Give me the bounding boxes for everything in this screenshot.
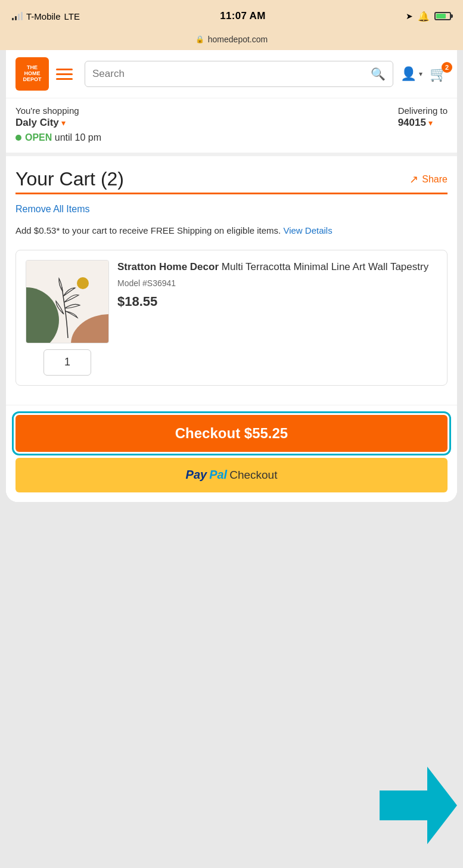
- arrow-annotation: [380, 767, 457, 844]
- share-label: Share: [422, 174, 448, 185]
- view-details-link[interactable]: View Details: [283, 225, 332, 235]
- cart-section: Your Cart (2) ↗ Share Remove All Items A…: [6, 156, 457, 405]
- menu-icon: [56, 73, 73, 75]
- network-label: LTE: [64, 11, 80, 21]
- paypal-logo-blue: Pay: [186, 468, 207, 482]
- item-name-rest: Multi Terracotta Minimal Line Art Wall T…: [222, 261, 428, 272]
- zip-code: 94015: [398, 117, 426, 129]
- search-bar[interactable]: 🔍: [85, 61, 393, 87]
- lock-icon: 🔒: [195, 35, 204, 44]
- home-depot-logo[interactable]: THE HOME DEPOT: [15, 57, 49, 91]
- item-model: Model #S36941: [117, 278, 437, 288]
- share-icon: ↗: [409, 173, 418, 186]
- search-input[interactable]: [92, 68, 366, 80]
- time-label: 11:07 AM: [220, 10, 265, 22]
- open-status: OPEN until 10 pm: [15, 132, 101, 143]
- zip-row: 94015 ▾: [398, 117, 448, 129]
- cart-title: Your Cart (2): [15, 168, 124, 190]
- status-bar: T-Mobile LTE 11:07 AM ➤ 🔔: [0, 0, 463, 32]
- location-icon: ➤: [406, 11, 413, 21]
- status-right: ➤ 🔔: [406, 11, 451, 22]
- share-button[interactable]: ↗ Share: [409, 173, 448, 186]
- paypal-logo-light: Pal: [209, 468, 227, 482]
- item-details: Stratton Home Decor Multi Terracotta Min…: [117, 260, 437, 376]
- svg-point-3: [77, 277, 89, 289]
- paypal-checkout-label: Checkout: [229, 469, 277, 482]
- cart-button[interactable]: 🛒 2: [430, 66, 448, 82]
- status-left: T-Mobile LTE: [12, 11, 80, 21]
- carrier-label: T-Mobile: [26, 11, 61, 21]
- zip-chevron-icon: ▾: [428, 118, 433, 128]
- menu-button[interactable]: [56, 63, 77, 85]
- user-icon: 👤: [400, 66, 417, 82]
- remove-all-button[interactable]: Remove All Items: [15, 204, 448, 215]
- cart-underline: [15, 193, 448, 194]
- user-account-button[interactable]: 👤 ▾: [400, 66, 422, 82]
- shopping-label: You're shopping: [15, 106, 101, 116]
- alarm-icon: 🔔: [418, 11, 430, 22]
- search-icon[interactable]: 🔍: [371, 67, 386, 81]
- cart-item-card: 1 Stratton Home Decor Multi Terracotta M…: [15, 250, 448, 386]
- bottom-bar: Checkout $55.25 PayPal Checkout: [6, 405, 457, 502]
- store-left: You're shopping Daly City ▾ OPEN until 1…: [15, 106, 101, 143]
- deliver-right[interactable]: Delivering to 94015 ▾: [398, 106, 448, 129]
- item-name: Stratton Home Decor Multi Terracotta Min…: [117, 260, 437, 274]
- store-name: Daly City: [15, 117, 59, 129]
- battery-icon: [434, 12, 451, 20]
- store-info-bar: You're shopping Daly City ▾ OPEN until 1…: [6, 98, 457, 156]
- cart-title-row: Your Cart (2) ↗ Share: [15, 168, 448, 190]
- open-label: OPEN: [25, 132, 52, 142]
- url-text: homedepot.com: [208, 35, 268, 44]
- deliver-label: Delivering to: [398, 106, 448, 116]
- svg-marker-4: [380, 767, 457, 844]
- item-image-col: 1: [26, 260, 109, 376]
- chevron-down-icon: ▾: [419, 70, 422, 78]
- cart-badge: 2: [442, 62, 452, 73]
- open-indicator-icon: [15, 135, 21, 141]
- store-chevron-icon: ▾: [61, 118, 66, 128]
- menu-icon: [56, 78, 73, 80]
- open-hours: until 10 pm: [55, 132, 101, 142]
- header: THE HOME DEPOT 🔍 👤 ▾ 🛒 2: [6, 50, 457, 98]
- quantity-input[interactable]: 1: [43, 349, 91, 376]
- store-name-row[interactable]: Daly City ▾: [15, 117, 101, 129]
- signal-icon: [12, 12, 23, 20]
- menu-icon: [56, 69, 73, 70]
- checkout-button[interactable]: Checkout $55.25: [15, 415, 448, 452]
- phone-content: THE HOME DEPOT 🔍 👤 ▾ 🛒 2 You're shopping: [6, 50, 457, 502]
- paypal-checkout-button[interactable]: PayPal Checkout: [15, 458, 448, 492]
- item-price: $18.55: [117, 294, 437, 309]
- url-bar: 🔒 homedepot.com: [0, 32, 463, 50]
- item-image[interactable]: [26, 260, 109, 343]
- free-shipping-notice: Add $0.53* to your cart to receive FREE …: [15, 224, 448, 238]
- free-ship-text: Add $0.53* to your cart to receive FREE …: [15, 225, 281, 235]
